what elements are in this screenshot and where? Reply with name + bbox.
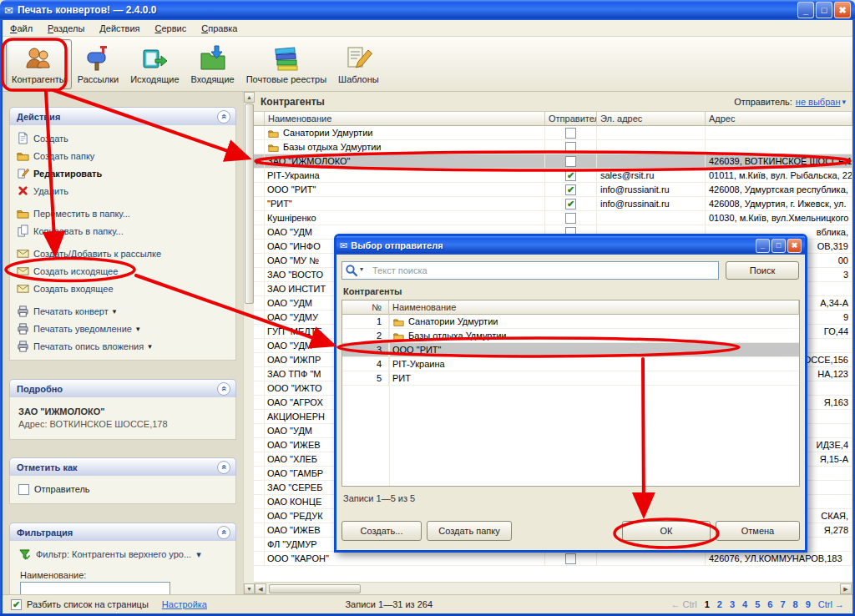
cancel-button[interactable]: Отмена	[716, 521, 800, 541]
toolbar-mailings-button[interactable]: Рассылки	[72, 39, 124, 89]
details-section-header[interactable]: Подробно «	[9, 379, 236, 397]
action-item-1[interactable]: Создать папку	[15, 147, 232, 164]
search-input[interactable]	[341, 261, 719, 280]
table-row[interactable]: "РИТ"✔info@russinait.ru426008, Удмуртия,…	[254, 197, 852, 211]
create-folder-button[interactable]: Создать папку	[427, 521, 512, 541]
page-number-5[interactable]: 5	[755, 599, 760, 609]
create-button[interactable]: Создать...	[341, 521, 422, 541]
toolbar-templates-button[interactable]: Шаблоны	[332, 39, 385, 89]
page-number-3[interactable]: 3	[730, 599, 735, 609]
action-item-0[interactable]: Создать	[15, 129, 232, 147]
action-item-11[interactable]: Печатать опись вложения▾	[15, 337, 232, 355]
settings-link[interactable]: Настройка	[162, 599, 207, 609]
action-item-10[interactable]: Печатать уведомление▾	[15, 320, 232, 337]
sidebar-scrollbar[interactable]: ▲ ▼	[243, 92, 254, 594]
collapse-chevron-icon[interactable]: «	[217, 461, 230, 474]
scroll-up-icon[interactable]: ▲	[244, 92, 255, 103]
column-name[interactable]: Наименование	[389, 300, 799, 315]
sender-mark-checkbox[interactable]	[18, 484, 29, 495]
menu-item-3[interactable]: Сервис	[148, 21, 195, 36]
dropdown-arrow-icon[interactable]: ▾	[842, 98, 846, 106]
sender-checkbox[interactable]	[565, 142, 576, 153]
menu-item-1[interactable]: Разделы	[40, 21, 92, 36]
table-row[interactable]: ▶ЗАО "ИЖМОЛОКО"426039, ВОТКИНСКОЕ ШОССЕ,…	[254, 154, 852, 169]
action-item-7[interactable]: Создать исходящее	[15, 262, 232, 280]
menu-item-4[interactable]: Справка	[194, 21, 245, 36]
filter-section-header[interactable]: Фильтрация «	[9, 523, 236, 541]
toolbar-registers-button[interactable]: Почтовые реестры	[240, 39, 332, 89]
close-button[interactable]: ✖	[834, 2, 851, 18]
page-number-2[interactable]: 2	[717, 599, 722, 609]
dialog-close-button[interactable]: ✖	[787, 239, 802, 253]
table-row[interactable]: ООО "КАРОН"426076, УЛ.КОММУНАРОВ,183	[254, 552, 852, 566]
title-bar[interactable]: ✉ Печать конвертов! — 2.4.0.0 _ □ ✖	[0, 0, 855, 20]
sender-checkbox[interactable]	[565, 553, 576, 564]
page-prev[interactable]: ← Ctrl	[671, 599, 697, 609]
dialog-minimize-button[interactable]: _	[756, 239, 770, 253]
sender-checkbox[interactable]: ✔	[565, 170, 576, 181]
actions-section-header[interactable]: Действия «	[9, 107, 236, 125]
scrollbar-thumb[interactable]	[269, 584, 361, 593]
filter-selector[interactable]: Фильтр: Контрагенты верхнего уро... ▾	[15, 545, 232, 563]
column-address[interactable]: Адрес	[706, 112, 852, 126]
dropdown-arrow-icon[interactable]: ▾	[360, 265, 363, 273]
page-number-4[interactable]: 4	[742, 599, 747, 609]
toolbar-outgoing-button[interactable]: Исходящие	[124, 39, 185, 89]
scrollbar-thumb[interactable]	[245, 104, 254, 304]
column-sender[interactable]: Отправитель	[545, 112, 597, 126]
sender-checkbox[interactable]	[565, 156, 576, 167]
action-item-9[interactable]: Печатать конверт▾	[15, 302, 232, 320]
maximize-button[interactable]: □	[816, 2, 832, 18]
sender-value-link[interactable]: не выбран	[796, 97, 841, 107]
menu-item-2[interactable]: Действия	[92, 21, 147, 36]
collapse-chevron-icon[interactable]: «	[217, 382, 230, 396]
dialog-table-row[interactable]: 5РИТ	[342, 371, 799, 386]
action-item-4[interactable]: Переместить в папку...	[15, 204, 232, 222]
action-item-5[interactable]: Копировать в папку...	[15, 222, 232, 240]
table-row[interactable]: ООО "РИТ"✔info@russianit.ru426008, Удмур…	[254, 183, 852, 197]
column-email[interactable]: Эл. адрес	[597, 112, 706, 126]
filter-name-input[interactable]	[20, 582, 170, 594]
paginate-checkbox[interactable]: ✔	[11, 599, 22, 610]
action-item-6[interactable]: Создать/Добавить к рассылке	[15, 245, 232, 262]
sender-checkbox[interactable]: ✔	[565, 184, 576, 195]
minimize-button[interactable]: _	[797, 2, 814, 18]
table-row[interactable]: Санатории Удмуртии	[254, 126, 852, 140]
dropdown-arrow-icon[interactable]: ▾	[113, 307, 117, 316]
action-item-8[interactable]: Создать входящее	[15, 280, 232, 297]
dialog-table-row[interactable]: 3ООО "РИТ"	[342, 343, 799, 357]
column-name[interactable]: Наименование	[265, 112, 545, 126]
dialog-table-row[interactable]: 2Базы отдыха Удмуртии	[342, 329, 799, 343]
dialog-table-row[interactable]: 1Санатории Удмуртии	[342, 315, 799, 329]
search-button[interactable]: Поиск	[726, 261, 799, 280]
dropdown-arrow-icon[interactable]: ▾	[136, 325, 140, 333]
toolbar-contractors-button[interactable]: Контрагенты	[6, 39, 72, 89]
page-number-1[interactable]: 1	[705, 599, 710, 609]
page-next[interactable]: Ctrl →	[818, 599, 844, 609]
page-number-6[interactable]: 6	[767, 599, 772, 609]
column-number[interactable]: №	[342, 300, 389, 315]
collapse-chevron-icon[interactable]: «	[217, 110, 230, 124]
scroll-left-icon[interactable]: ◀	[255, 583, 266, 594]
ok-button[interactable]: ОК	[622, 521, 711, 541]
dialog-title-bar[interactable]: ✉ Выбор отправителя _ □ ✖	[336, 236, 805, 255]
action-item-3[interactable]: Удалить	[15, 182, 232, 199]
sender-checkbox[interactable]	[565, 213, 576, 224]
page-number-8[interactable]: 8	[793, 599, 798, 609]
dialog-maximize-button[interactable]: □	[772, 239, 786, 253]
scroll-down-icon[interactable]: ▼	[244, 583, 255, 594]
toolbar-incoming-button[interactable]: Входящие	[185, 39, 240, 89]
sender-checkbox[interactable]	[565, 128, 576, 139]
table-row[interactable]: РІТ-Украина✔sales@rsit.ru01011, м.Київ, …	[254, 169, 852, 183]
table-horizontal-scrollbar[interactable]: ◀ ▶	[254, 582, 852, 594]
table-row[interactable]: Базы отдыха Удмуртии	[254, 140, 852, 154]
action-item-2[interactable]: Редактировать	[15, 164, 232, 182]
dialog-table-row[interactable]: 4РІТ-Украина	[342, 357, 799, 371]
collapse-chevron-icon[interactable]: «	[217, 526, 230, 539]
scroll-right-icon[interactable]: ▶	[840, 583, 852, 594]
table-row[interactable]: Кушніренко01030, м.Київ, вул.Хмельницког…	[254, 211, 852, 225]
mark-as-section-header[interactable]: Отметить как «	[9, 457, 236, 476]
dropdown-arrow-icon[interactable]: ▾	[148, 342, 152, 351]
sender-checkbox[interactable]: ✔	[565, 199, 576, 210]
page-number-9[interactable]: 9	[806, 599, 811, 609]
